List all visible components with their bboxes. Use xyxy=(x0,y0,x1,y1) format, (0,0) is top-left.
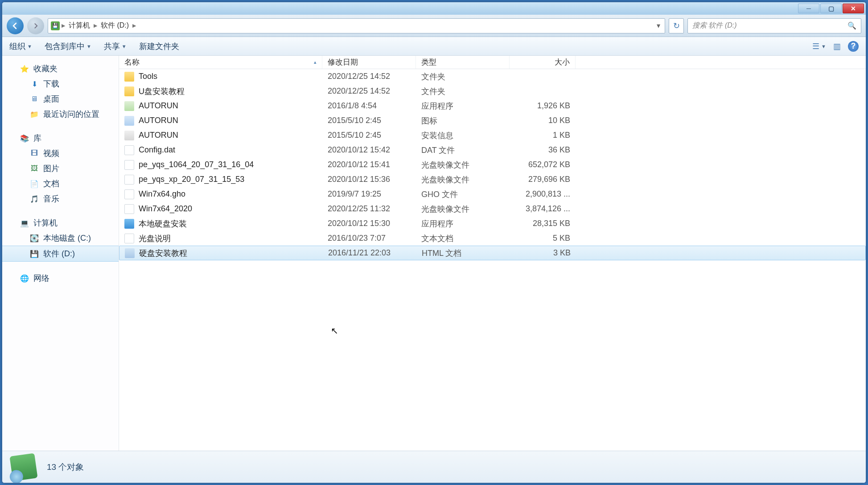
sidebar-item-downloads[interactable]: ⬇下载 xyxy=(2,76,119,91)
sidebar-computer[interactable]: 💻计算机 xyxy=(2,215,119,230)
file-type: GHO 文件 xyxy=(416,189,510,200)
setup-icon xyxy=(124,131,134,140)
column-name[interactable]: 名称▴ xyxy=(119,56,322,69)
file-name: 光盘说明 xyxy=(139,233,171,244)
back-button[interactable] xyxy=(7,17,24,34)
toolbar: 组织▼ 包含到库中▼ 共享▼ 新建文件夹 ☰▼ ▥ ? xyxy=(2,37,866,56)
file-row[interactable]: AUTORUN2015/5/10 2:45安装信息1 KB xyxy=(119,128,866,143)
file-name: pe_yqs_xp_20_07_31_15_53 xyxy=(139,175,244,184)
chevron-right-icon: ▶ xyxy=(62,23,65,29)
file-date: 2020/12/25 14:52 xyxy=(322,86,416,96)
library-icon: 📚 xyxy=(20,134,29,143)
arrow-right-icon xyxy=(32,22,39,29)
file-type: 文件夹 xyxy=(416,71,510,82)
file-row[interactable]: AUTORUN2015/5/10 2:45图标10 KB xyxy=(119,113,866,128)
app-icon xyxy=(124,101,134,111)
file-list[interactable]: Tools2020/12/25 14:52文件夹U盘安装教程2020/12/25… xyxy=(119,69,866,451)
sidebar-item-desktop[interactable]: 🖥桌面 xyxy=(2,91,119,107)
address-bar[interactable]: 💾 ▶ 计算机 ▶ 软件 (D:) ▶ ▾ xyxy=(48,18,665,33)
sidebar-item-music[interactable]: 🎵音乐 xyxy=(2,191,119,206)
column-type[interactable]: 类型 xyxy=(416,56,510,69)
txt-icon xyxy=(124,234,134,243)
disc-icon xyxy=(124,160,134,170)
drive-icon: 💾 xyxy=(51,21,60,30)
file-row[interactable]: pe_yqs_xp_20_07_31_15_532020/10/12 15:36… xyxy=(119,172,866,187)
file-name: AUTORUN xyxy=(139,116,178,125)
file-row[interactable]: 光盘说明2016/10/23 7:07文本文档5 KB xyxy=(119,231,866,246)
pane-icon: ▥ xyxy=(833,41,841,51)
file-name: Win7x64.gho xyxy=(139,189,185,199)
sidebar-favorites[interactable]: ⭐收藏夹 xyxy=(2,61,119,76)
file-size: 1 KB xyxy=(510,131,576,140)
file-date: 2020/10/12 15:36 xyxy=(322,175,416,184)
recent-icon: 📁 xyxy=(30,110,39,119)
column-date[interactable]: 修改日期 xyxy=(322,56,416,69)
sidebar-network[interactable]: 🌐网络 xyxy=(2,271,119,286)
file-date: 2016/1/8 4:54 xyxy=(322,101,416,111)
sidebar-item-drive-c[interactable]: 💽本地磁盘 (C:) xyxy=(2,230,119,246)
file-type: 文件夹 xyxy=(416,86,510,97)
gho-icon xyxy=(124,189,134,199)
include-library-menu[interactable]: 包含到库中▼ xyxy=(45,41,91,52)
file-row[interactable]: Win7x64.gho2019/9/7 19:25GHO 文件2,900,813… xyxy=(119,187,866,201)
file-date: 2020/12/25 14:52 xyxy=(322,72,416,81)
file-name: Config.dat xyxy=(139,145,175,155)
new-folder-button[interactable]: 新建文件夹 xyxy=(139,41,179,52)
file-row[interactable]: 硬盘安装教程2016/11/21 22:03HTML 文档3 KB xyxy=(119,246,866,260)
file-date: 2015/5/10 2:45 xyxy=(322,131,416,140)
minimize-button[interactable]: ─ xyxy=(798,4,819,13)
file-row[interactable]: Config.dat2020/10/12 15:42DAT 文件36 KB xyxy=(119,143,866,157)
sort-asc-icon: ▴ xyxy=(314,59,317,65)
organize-menu[interactable]: 组织▼ xyxy=(9,41,32,52)
file-name: Tools xyxy=(139,72,157,81)
file-name: pe_yqs_1064_20_07_31_16_04 xyxy=(139,160,254,169)
file-date: 2016/11/21 22:03 xyxy=(323,248,416,258)
preview-pane-button[interactable]: ▥ xyxy=(833,41,841,51)
drive-icon: 💽 xyxy=(30,234,39,242)
view-mode-button[interactable]: ☰▼ xyxy=(812,41,826,51)
file-row[interactable]: U盘安装教程2020/12/25 14:52文件夹 xyxy=(119,84,866,99)
breadcrumb-drive[interactable]: 软件 (D:) xyxy=(99,20,131,31)
help-button[interactable]: ? xyxy=(848,41,859,52)
search-input[interactable]: 搜索 软件 (D:) 🔍 xyxy=(687,18,861,33)
search-placeholder: 搜索 软件 (D:) xyxy=(692,21,737,30)
file-size: 652,072 KB xyxy=(510,160,576,169)
document-icon: 📄 xyxy=(30,179,39,188)
body: ⭐收藏夹 ⬇下载 🖥桌面 📁最近访问的位置 📚库 🎞视频 🖼图片 📄文档 🎵音乐… xyxy=(2,56,866,451)
file-row[interactable]: pe_yqs_1064_20_07_31_16_042020/10/12 15:… xyxy=(119,157,866,172)
file-row[interactable]: Win7x64_20202020/12/25 11:32光盘映像文件3,874,… xyxy=(119,201,866,216)
file-type: 应用程序 xyxy=(416,101,510,111)
share-menu[interactable]: 共享▼ xyxy=(104,41,127,52)
column-size[interactable]: 大小 xyxy=(510,56,576,69)
file-row[interactable]: 本地硬盘安装2020/10/12 15:30应用程序28,315 KB xyxy=(119,216,866,231)
breadcrumb-computer[interactable]: 计算机 xyxy=(67,20,92,31)
sidebar-libraries[interactable]: 📚库 xyxy=(2,131,119,146)
maximize-button[interactable]: ▢ xyxy=(820,4,842,13)
file-size: 28,315 KB xyxy=(510,219,576,228)
titlebar: ─ ▢ ✕ xyxy=(2,2,866,15)
file-row[interactable]: Tools2020/12/25 14:52文件夹 xyxy=(119,69,866,84)
folder-icon xyxy=(124,86,134,96)
sidebar-item-drive-d[interactable]: 💾软件 (D:) xyxy=(2,246,119,262)
sidebar-item-videos[interactable]: 🎞视频 xyxy=(2,146,119,161)
file-size: 3,874,126 ... xyxy=(510,204,576,214)
address-dropdown[interactable]: ▾ xyxy=(655,21,662,30)
file-name: AUTORUN xyxy=(139,131,178,140)
refresh-button[interactable]: ↻ xyxy=(669,18,684,33)
file-type: 应用程序 xyxy=(416,218,510,229)
desktop-icon: 🖥 xyxy=(30,95,39,103)
content-pane: 名称▴ 修改日期 类型 大小 Tools2020/12/25 14:52文件夹U… xyxy=(119,56,866,451)
video-icon: 🎞 xyxy=(30,149,39,158)
sidebar-item-recent[interactable]: 📁最近访问的位置 xyxy=(2,107,119,122)
file-size: 279,696 KB xyxy=(510,175,576,184)
forward-button[interactable] xyxy=(27,17,44,34)
drive-icon: 💾 xyxy=(30,249,39,258)
close-button[interactable]: ✕ xyxy=(843,4,864,13)
sidebar-item-pictures[interactable]: 🖼图片 xyxy=(2,161,119,176)
file-size: 3 KB xyxy=(510,248,576,258)
file-type: HTML 文档 xyxy=(416,248,510,259)
file-row[interactable]: AUTORUN2016/1/8 4:54应用程序1,926 KB xyxy=(119,99,866,113)
file-type: 图标 xyxy=(416,115,510,126)
sidebar-item-documents[interactable]: 📄文档 xyxy=(2,176,119,191)
file-type: DAT 文件 xyxy=(416,145,510,156)
